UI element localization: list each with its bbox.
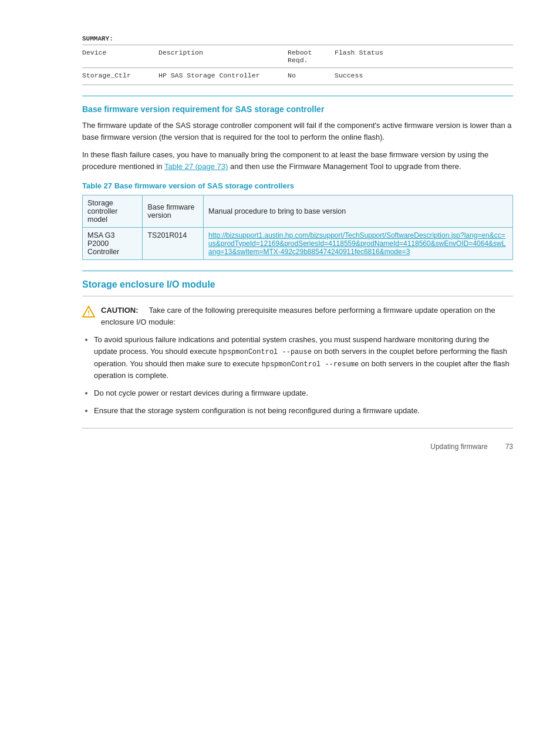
section2-heading: Storage enclosure I/O module: [82, 279, 513, 290]
list-item-1: To avoid spurious failure indications an…: [94, 334, 513, 382]
th-procedure: Manual procedure to bring to base versio…: [204, 195, 513, 227]
reboot-cell: No: [288, 72, 335, 79]
caution-text: Take care of the following prerequisite …: [101, 306, 495, 326]
svg-text:!: !: [87, 309, 90, 316]
col-status-header: Flash Status: [335, 49, 513, 64]
col-description-header: Description: [158, 49, 288, 64]
th-version: Base firmware version: [143, 195, 204, 227]
link-cell: http://bizsupport1.austin.hp.com/bizsupp…: [204, 227, 513, 259]
section2-divider: [82, 271, 513, 271]
section1: Base firmware version requirement for SA…: [82, 104, 513, 260]
section1-para1: The firmware update of the SAS storage c…: [82, 120, 513, 143]
summary-label: SUMMARY:: [82, 35, 513, 42]
bullet1-code2: hpspmonControl --resume: [261, 360, 359, 369]
section1-heading: Base firmware version requirement for SA…: [82, 104, 513, 114]
summary-section: SUMMARY: Device Description RebootReqd. …: [82, 35, 513, 85]
footer-page: 73: [505, 443, 513, 451]
device-cell: Storage_Ctlr: [82, 72, 158, 79]
section1-para2: In these flash failure cases, you have t…: [82, 149, 513, 173]
section1-divider: [82, 96, 513, 96]
footer-section: Updating firmware: [430, 443, 487, 451]
status-cell: Success: [335, 72, 513, 79]
table27-link[interactable]: Table 27 (page 73): [164, 162, 228, 171]
procedure-link[interactable]: http://bizsupport1.austin.hp.com/bizsupp…: [208, 231, 505, 256]
table-heading: Table 27 Base firmware version of SAS st…: [82, 181, 513, 190]
page-content: SUMMARY: Device Description RebootReqd. …: [0, 0, 560, 472]
section2-top-rule: [82, 296, 513, 296]
col-device-header: Device: [82, 49, 158, 64]
description-cell: HP SAS Storage Controller: [158, 72, 288, 79]
caution-content: CAUTION: Take care of the following prer…: [101, 305, 513, 328]
caution-box: ! CAUTION: Take care of the following pr…: [82, 305, 513, 328]
summary-table: Device Description RebootReqd. Flash Sta…: [82, 45, 513, 85]
firmware-table: Storage controller model Base firmware v…: [82, 195, 513, 260]
col-reboot-header: RebootReqd.: [288, 49, 335, 64]
summary-header-row: Device Description RebootReqd. Flash Sta…: [82, 47, 513, 66]
section2-bottom-rule: [82, 428, 513, 428]
section2: Storage enclosure I/O module ! CAUTION: …: [82, 279, 513, 428]
list-item-2: Do not cycle power or restart devices du…: [94, 387, 513, 399]
caution-icon: !: [82, 305, 95, 318]
bullet-list: To avoid spurious failure indications an…: [94, 334, 513, 417]
caution-spacer: [140, 306, 147, 315]
page-footer: Updating firmware 73: [430, 443, 513, 451]
model-cell: MSA G3 P2000 Controller: [83, 227, 143, 259]
bullet1-code1: hpspmonControl --pause: [219, 348, 312, 356]
caution-label: CAUTION:: [101, 306, 139, 315]
table-header-row: Storage controller model Base firmware v…: [83, 195, 513, 227]
para2-after-link: and then use the Firmware Management Too…: [228, 162, 461, 171]
list-item-3: Ensure that the storage system configura…: [94, 405, 513, 417]
summary-data-row: Storage_Ctlr HP SAS Storage Controller N…: [82, 70, 513, 81]
th-model: Storage controller model: [83, 195, 143, 227]
version-cell: TS201R014: [143, 227, 204, 259]
table-row: MSA G3 P2000 Controller TS201R014 http:/…: [83, 227, 513, 259]
